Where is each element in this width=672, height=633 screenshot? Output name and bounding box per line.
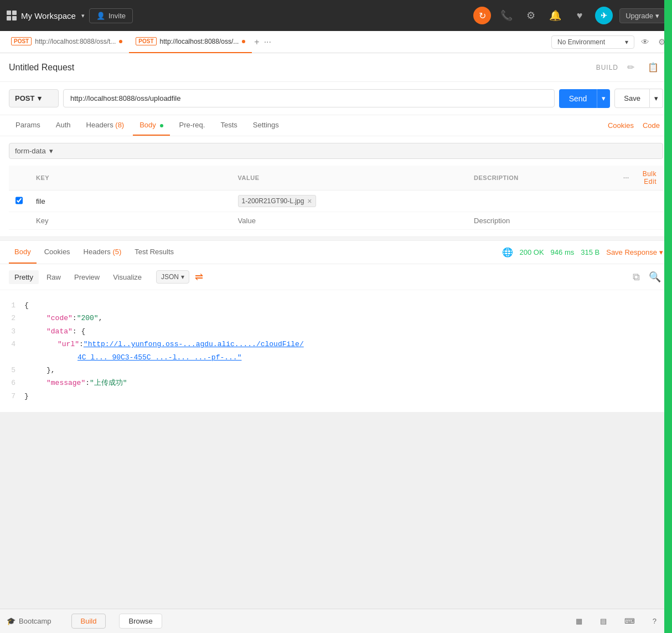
row-key-cell: file [29,191,231,212]
tab1-dot [119,40,122,43]
status-ok-badge: 200 OK [520,248,544,256]
json-line-5: 5 }, [4,364,663,377]
upgrade-button[interactable]: Upgrade ▾ [619,8,665,23]
row-key-value: file [36,197,45,205]
file-tag-close-icon[interactable]: × [307,197,312,205]
main-content: Untitled Request BUILD ✏ 📋 POST ▾ Send ▾… [0,53,672,236]
send-dropdown-button[interactable]: ▾ [597,89,610,108]
row-actions-cell [617,191,636,212]
save-dropdown-button[interactable]: ▾ [650,89,663,108]
req-tab-links: Cookies Code [604,116,663,135]
tab1-method-badge: POST [11,37,32,45]
edit-icon-button[interactable]: ✏ [623,60,639,75]
tab-2[interactable]: POST http://localhost:8088/oss/... [129,31,252,53]
user-avatar-button[interactable]: ✈ [595,7,613,24]
res-tab-test-results[interactable]: Test Results [129,241,179,264]
description-icon-button[interactable]: 📋 [643,60,663,75]
response-section: Body Cookies Headers (5) Test Results 🌐 … [0,241,672,412]
empty-key-input[interactable] [36,217,225,225]
request-tabs: Params Auth Headers (8) Body Pre-req. Te… [0,115,672,136]
url-input[interactable] [63,89,555,107]
row-checkbox[interactable] [15,197,23,204]
json-line-6: 6 "message" : "上传成功" [4,377,663,389]
invite-button[interactable]: 👤 Invite [89,8,133,23]
json-line-7: 7 } [4,390,663,403]
table-header-row: KEY VALUE DESCRIPTION ··· Bulk Edit [9,166,663,191]
empty-key-cell [29,212,231,230]
env-selector: No Environment ▾ 👁 ⚙ [551,35,668,49]
heart-icon-button[interactable]: ♥ [571,7,588,24]
topnav-right: ↻ 📞 ⚙ 🔔 ♥ ✈ Upgrade ▾ [473,7,665,24]
add-tab-button[interactable]: + [252,35,261,49]
workspace-grid-icon [7,11,17,20]
headers-count-badge: (8) [115,121,124,129]
view-tab-raw[interactable]: Raw [41,270,66,284]
tab2-dot [242,40,245,43]
file-tag-name: 1-200R21GT90-L.jpg [242,197,304,205]
tab-headers[interactable]: Headers (8) [80,115,131,136]
workspace-chevron-icon: ▾ [81,12,85,19]
eye-icon-button[interactable]: 👁 [639,35,652,49]
code-link[interactable]: Code [639,116,663,135]
save-button[interactable]: Save [614,89,650,108]
form-data-select[interactable]: form-data ▾ [9,143,663,159]
request-actions: BUILD ✏ 📋 [596,60,663,75]
tab-1[interactable]: POST http://localhost:8088/oss/t... [4,31,129,53]
empty-table-row [9,212,663,230]
tab-settings[interactable]: Settings [246,115,286,136]
view-tab-pretty[interactable]: Pretty [9,270,39,284]
tab-params[interactable]: Params [9,115,47,136]
view-tab-visualize[interactable]: Visualize [107,270,147,284]
cookies-link[interactable]: Cookies [604,116,637,135]
build-label: BUILD [596,64,618,71]
tab-prereq[interactable]: Pre-req. [172,115,211,136]
more-tabs-button[interactable]: ··· [262,35,273,49]
phone-icon-button[interactable]: 📞 [498,7,515,24]
empty-desc-input[interactable] [474,217,610,225]
method-select[interactable]: POST ▾ [9,89,59,107]
row-extra-cell [636,191,663,212]
tab-body[interactable]: Body [133,115,170,136]
settings-icon-button[interactable]: ⚙ [522,7,540,24]
tabs-bar: POST http://localhost:8088/oss/t... POST… [0,31,672,53]
row-value-cell: 1-200R21GT90-L.jpg × [231,191,468,212]
topnav-left: My Workspace ▾ 👤 Invite [7,8,469,23]
body-active-dot [160,124,163,127]
th-checkbox [9,166,29,191]
send-btn-group: Send ▾ [559,89,611,108]
json-line-3: 3 "data" : { [4,325,663,338]
method-value: POST [15,94,34,102]
request-header: Untitled Request BUILD ✏ 📋 [0,53,672,82]
status-size: 315 B [581,248,599,256]
save-response-button[interactable]: Save Response ▾ [606,248,663,256]
tab-tests[interactable]: Tests [214,115,244,136]
th-key: KEY [29,166,231,191]
send-button[interactable]: Send [559,89,597,108]
empty-value-input[interactable] [238,217,461,225]
sync-icon-button[interactable]: ↻ [473,7,491,24]
res-tab-cookies[interactable]: Cookies [39,241,76,264]
env-dropdown[interactable]: No Environment ▾ [551,35,634,49]
request-title: Untitled Request [9,63,74,73]
globe-icon: 🌐 [502,247,513,258]
th-value: VALUE [231,166,468,191]
notifications-icon-button[interactable]: 🔔 [546,7,564,24]
section-divider [0,236,672,241]
th-actions: ··· [617,166,636,191]
view-tab-preview[interactable]: Preview [69,270,105,284]
empty-desc-cell [467,212,617,230]
file-tag: 1-200R21GT90-L.jpg × [238,195,316,207]
search-icon-button[interactable]: 🔍 [647,269,663,285]
url-bar: POST ▾ Send ▾ Save ▾ [0,82,672,115]
res-toolbar-right: ⧉ 🔍 [630,269,663,285]
empty-checkbox-cell [9,212,29,230]
res-tab-body[interactable]: Body [9,241,37,264]
res-tab-headers[interactable]: Headers (5) [78,241,127,264]
tab-auth[interactable]: Auth [49,115,77,136]
th-bulk-edit[interactable]: Bulk Edit [636,166,663,191]
wrap-button[interactable]: ⇌ [192,270,206,284]
copy-icon-button[interactable]: ⧉ [630,269,642,285]
body-section: form-data ▾ KEY VALUE DESCRIPTION ··· Bu… [0,136,672,236]
invite-person-icon: 👤 [96,12,105,20]
format-select[interactable]: JSON ▾ [156,270,189,284]
